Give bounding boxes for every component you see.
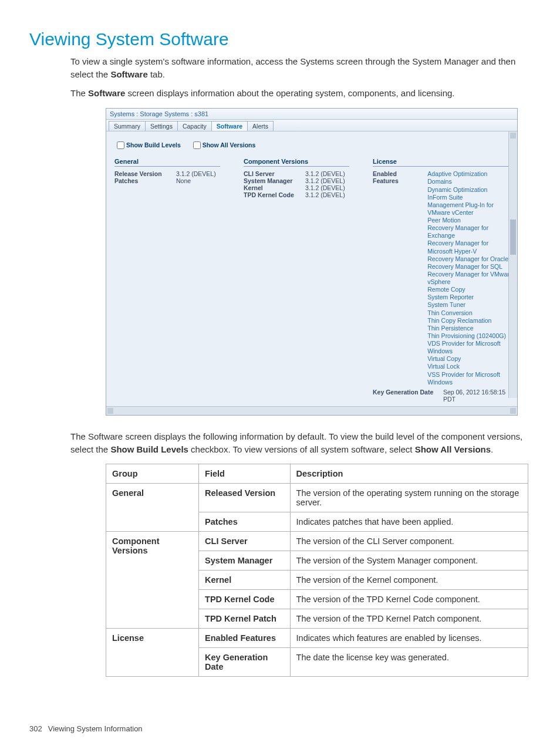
- feature-item: Virtual Lock: [427, 363, 514, 370]
- feature-item: VSS Provider for Microsoft Windows: [427, 371, 514, 386]
- text-bold: Show Build Levels: [110, 444, 188, 454]
- feature-item: Remote Copy: [427, 286, 514, 293]
- feature-item: Thin Conversion: [427, 309, 514, 317]
- component-row: System Manager3.1.2 (DEVEL): [244, 177, 349, 184]
- table-header: Group: [106, 464, 199, 484]
- tab-settings[interactable]: Settings: [145, 121, 178, 131]
- desc-cell: The version of the TPD Kernel Code compo…: [290, 590, 528, 609]
- field-cell: TPD Kernel Patch: [199, 609, 291, 629]
- checkbox-label: Show Build Levels: [126, 141, 181, 148]
- field-cell: System Manager: [199, 551, 291, 571]
- page-heading: Viewing System Software: [29, 29, 531, 49]
- text-bold: Show All Versions: [415, 444, 491, 454]
- column-header: General: [114, 158, 220, 167]
- table-row: LicenseEnabled FeaturesIndicates which f…: [106, 629, 528, 648]
- window-breadcrumb: Systems : Storage Systems : s381: [106, 109, 517, 120]
- screenshot-body: Show Build Levels Show All Versions Gene…: [106, 131, 517, 406]
- show-all-versions-checkbox[interactable]: Show All Versions: [191, 141, 256, 148]
- tab-capacity[interactable]: Capacity: [177, 121, 212, 131]
- desc-cell: The version of the TPD Kernel Patch comp…: [290, 609, 528, 629]
- field-cell: Key Generation Date: [199, 648, 291, 677]
- feature-item: Thin Persistence: [427, 325, 514, 332]
- footer-section: Viewing System Information: [48, 724, 143, 730]
- field-cell: Enabled Features: [199, 629, 291, 648]
- feature-item: System Reporter: [427, 293, 514, 301]
- text: tab.: [148, 69, 165, 79]
- text-bold: Software: [110, 69, 147, 79]
- desc-cell: The date the license key was generated.: [290, 648, 528, 677]
- desc-cell: The version of the System Manager compon…: [290, 551, 528, 571]
- desc-cell: Indicates which features are enabled by …: [290, 629, 528, 648]
- desc-cell: The version of the Kernel component.: [290, 571, 528, 590]
- feature-item: Peer Motion: [427, 217, 514, 224]
- group-cell: Component Versions: [106, 532, 199, 629]
- feature-item: Dynamic Optimization: [427, 186, 514, 194]
- show-build-levels-checkbox[interactable]: Show Build Levels: [114, 141, 181, 148]
- general-column: General Release Version3.1.2 (DEVEL)Patc…: [114, 158, 220, 403]
- column-header: Component Versions: [244, 158, 349, 167]
- keygen-value: Sep 06, 2012 16:58:15 PDT: [443, 389, 514, 403]
- description-table: GroupFieldDescription GeneralReleased Ve…: [106, 464, 528, 677]
- components-column: Component Versions CLI Server3.1.2 (DEVE…: [244, 158, 349, 403]
- table-row: Component VersionsCLI ServerThe version …: [106, 532, 528, 551]
- table-header: Description: [290, 464, 528, 484]
- feature-item: Domains: [427, 178, 514, 185]
- general-row: Release Version3.1.2 (DEVEL): [114, 170, 220, 177]
- feature-item: System Tuner: [427, 301, 514, 309]
- field-cell: CLI Server: [199, 532, 291, 551]
- feature-item: Recovery Manager for SQL: [427, 263, 514, 271]
- checkbox-label: Show All Versions: [203, 141, 256, 148]
- checkbox-row: Show Build Levels Show All Versions: [114, 140, 514, 151]
- field-cell: Patches: [199, 512, 291, 532]
- page-footer: 302Viewing System Information: [29, 724, 143, 730]
- field-cell: TPD Kernel Code: [199, 590, 291, 609]
- intro-paragraph-1: To view a single system's software infor…: [70, 55, 531, 81]
- feature-item: Virtual Copy: [427, 355, 514, 363]
- feature-item: Adaptive Optimization: [427, 170, 514, 178]
- mid-paragraph: The Software screen displays the followi…: [70, 430, 531, 456]
- feature-item: Thin Provisioning (102400G): [427, 332, 514, 340]
- feature-item: Recovery Manager for Exchange: [427, 224, 514, 239]
- vertical-scrollbar[interactable]: [508, 131, 517, 398]
- desc-cell: The version of the operating system runn…: [290, 484, 528, 512]
- screenshot-panel: Systems : Storage Systems : s381 Summary…: [106, 108, 518, 416]
- feature-item: Recovery Manager for Microsoft Hyper-V: [427, 239, 514, 255]
- component-row: TPD Kernel Code3.1.2 (DEVEL): [244, 191, 349, 198]
- feature-item: Thin Copy Reclamation: [427, 317, 514, 325]
- feature-list: Adaptive OptimizationDomainsDynamic Opti…: [427, 170, 514, 386]
- feature-item: Management Plug-In for VMware vCenter: [427, 201, 514, 217]
- table-header: Field: [199, 464, 291, 484]
- feature-item: VDS Provider for Microsoft Windows: [427, 340, 514, 355]
- feature-item: Recovery Manager for Oracle: [427, 255, 514, 263]
- tab-summary[interactable]: Summary: [109, 121, 146, 131]
- feature-item: InForm Suite: [427, 194, 514, 201]
- text-bold: Software: [88, 88, 125, 98]
- horizontal-scrollbar[interactable]: [106, 406, 517, 415]
- text: checkbox. To view versions of all system…: [188, 444, 415, 454]
- general-row: PatchesNone: [114, 177, 220, 184]
- text: The: [70, 88, 88, 98]
- desc-cell: Indicates patches that have been applied…: [290, 512, 528, 532]
- keygen-label: Key Generation Date: [373, 389, 443, 403]
- text: screen displays information about the op…: [125, 88, 454, 98]
- feature-item: Recovery Manager for VMware vSphere: [427, 271, 514, 286]
- field-cell: Kernel: [199, 571, 291, 590]
- enabled-features-label: Enabled Features: [373, 170, 421, 386]
- tab-bar: SummarySettingsCapacitySoftwareAlerts: [106, 120, 517, 131]
- desc-cell: The version of the CLI Server component.: [290, 532, 528, 551]
- page-number: 302: [29, 724, 42, 730]
- group-cell: License: [106, 629, 199, 677]
- table-row: GeneralReleased VersionThe version of th…: [106, 484, 528, 512]
- field-cell: Released Version: [199, 484, 291, 512]
- tab-alerts[interactable]: Alerts: [247, 121, 274, 131]
- component-row: CLI Server3.1.2 (DEVEL): [244, 170, 349, 177]
- column-header: License: [373, 158, 514, 167]
- tab-software[interactable]: Software: [211, 121, 248, 131]
- license-column: License Enabled Features Adaptive Optimi…: [373, 158, 514, 403]
- group-cell: General: [106, 484, 199, 532]
- text: .: [491, 444, 493, 454]
- component-row: Kernel3.1.2 (DEVEL): [244, 184, 349, 191]
- intro-paragraph-2: The Software screen displays information…: [70, 87, 531, 100]
